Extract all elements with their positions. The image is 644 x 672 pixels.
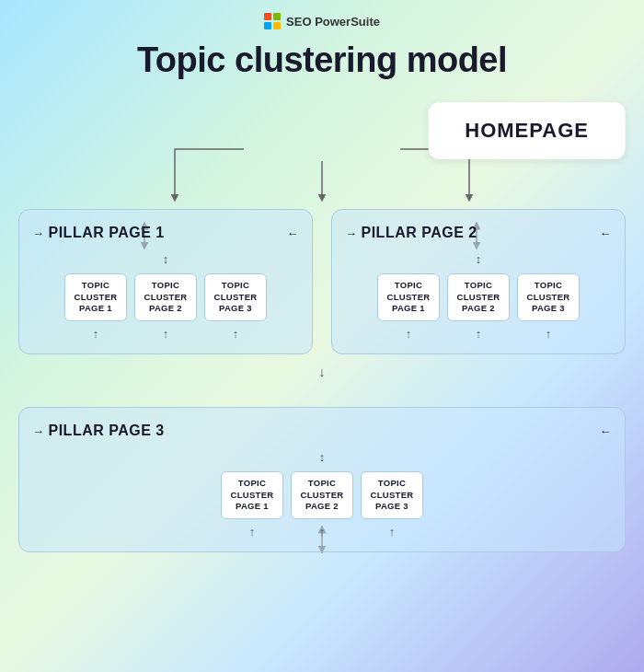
pillar3-title: → PILLAR PAGE 3 ←: [32, 423, 612, 439]
pillar3-cluster2: TOPIC CLUSTER PAGE 2: [291, 471, 353, 519]
pillar-row: → PILLAR PAGE 1 ← ↕ TOPIC CLUSTER PAGE 1…: [18, 209, 626, 354]
pillar2-double-arrow: ↕: [345, 252, 612, 266]
pillar3-double-arrow: ↕: [32, 450, 612, 464]
homepage-row: HOMEPAGE: [18, 98, 626, 163]
homepage-label: HOMEPAGE: [465, 119, 589, 142]
diagram: HOMEPAGE → PILLAR PAGE 1 ← ↕ TOPIC CLUST…: [18, 98, 626, 552]
pillar3-label: PILLAR PAGE 3: [49, 423, 165, 439]
pillar1-arrow-up3: ↑: [204, 327, 267, 341]
page-title: Topic clustering model: [0, 41, 644, 80]
pillar3-box: → PILLAR PAGE 3 ← ↕ TOPIC CLUSTER PAGE 1…: [18, 407, 626, 552]
logo-area: SEO PowerSuite: [0, 0, 644, 29]
pillar3-clusters: TOPIC CLUSTER PAGE 1 TOPIC CLUSTER PAGE …: [32, 471, 612, 519]
homepage-to-pillar3-arrow: ↓: [18, 364, 626, 379]
pillar1-box: → PILLAR PAGE 1 ← ↕ TOPIC CLUSTER PAGE 1…: [18, 209, 313, 354]
pillar3-cluster1: TOPIC CLUSTER PAGE 1: [221, 471, 283, 519]
pillar1-cluster2: TOPIC CLUSTER PAGE 2: [134, 273, 197, 321]
pillar2-arrow-up1: ↑: [377, 327, 440, 341]
pillar2-arrow-up3: ↑: [517, 327, 580, 341]
pillar1-arrow-up1: ↑: [64, 327, 127, 341]
pillar1-cluster1: TOPIC CLUSTER PAGE 1: [64, 273, 127, 321]
pillar2-cluster3: TOPIC CLUSTER PAGE 3: [517, 273, 580, 321]
pillar2-clusters: TOPIC CLUSTER PAGE 1 TOPIC CLUSTER PAGE …: [345, 273, 612, 321]
pillar3-arrow-left: ←: [600, 424, 613, 438]
pillar2-label: PILLAR PAGE 2: [362, 225, 477, 241]
pillar1-bottom-arrows: ↑ ↑ ↑: [32, 327, 299, 341]
pillar2-arrow-up2: ↑: [447, 327, 510, 341]
logo-brand-bold: PowerSuite: [315, 15, 380, 29]
pillar3-cluster3: TOPIC CLUSTER PAGE 3: [361, 471, 423, 519]
pillar2-cluster2: TOPIC CLUSTER PAGE 2: [447, 273, 510, 321]
pillar3-arrow-up2: ↑: [291, 525, 353, 539]
pillar1-arrow-up2: ↑: [134, 327, 197, 341]
pillar3-arrow-right: →: [32, 424, 45, 438]
pillar1-double-arrow: ↕: [32, 252, 299, 266]
pillar1-clusters: TOPIC CLUSTER PAGE 1 TOPIC CLUSTER PAGE …: [32, 273, 299, 321]
pillar3-arrow-up3: ↑: [361, 525, 423, 539]
pillar1-arrow-left: ←: [287, 226, 300, 240]
pillar2-box: → PILLAR PAGE 2 ← ↕ TOPIC CLUSTER PAGE 1…: [331, 209, 626, 354]
pillar2-bottom-arrows: ↑ ↑ ↑: [345, 327, 612, 341]
pillar3-bottom-arrows: ↑ ↑ ↑: [32, 525, 612, 539]
homepage-box: HOMEPAGE: [428, 102, 626, 159]
logo-icon: [264, 13, 281, 29]
pillar1-arrow-right: →: [32, 226, 45, 240]
pillar2-title: → PILLAR PAGE 2 ←: [345, 225, 612, 241]
pillar2-arrow-left: ←: [600, 226, 613, 240]
pillar3-arrow-up1: ↑: [221, 525, 283, 539]
pillar1-title: → PILLAR PAGE 1 ←: [32, 225, 299, 241]
logo-text: SEO PowerSuite: [286, 15, 380, 29]
pillar1-cluster3: TOPIC CLUSTER PAGE 3: [204, 273, 267, 321]
pillar2-arrow-right: →: [345, 226, 358, 240]
logo-brand: SEO: [286, 15, 315, 29]
pillar3-row: → PILLAR PAGE 3 ← ↕ TOPIC CLUSTER PAGE 1…: [18, 407, 626, 552]
pillar2-cluster1: TOPIC CLUSTER PAGE 1: [377, 273, 440, 321]
pillar1-label: PILLAR PAGE 1: [49, 225, 165, 241]
